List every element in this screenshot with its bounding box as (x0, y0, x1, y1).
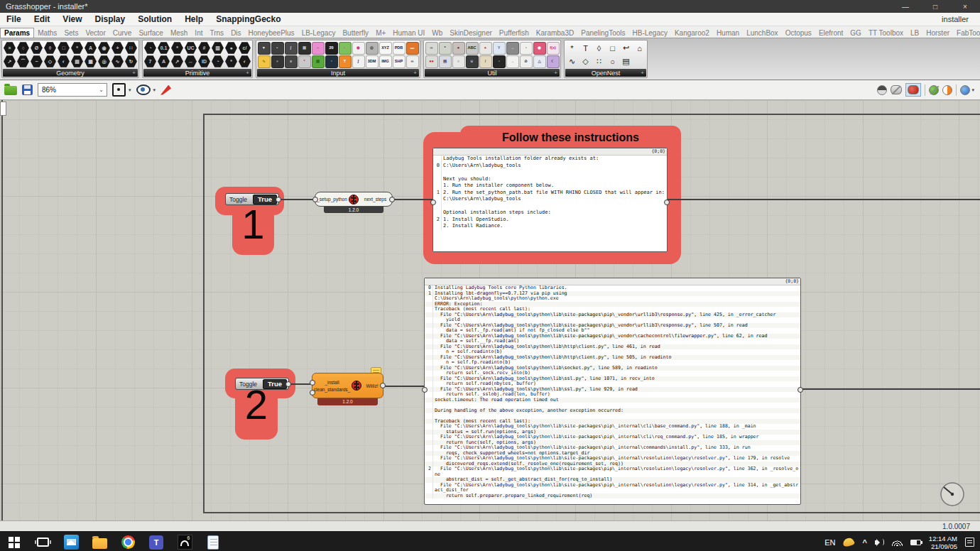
import-pdb-icon[interactable]: PDB (393, 42, 405, 55)
teams-app-button[interactable] (142, 531, 170, 551)
title-bar[interactable]: Grasshopper - installer* — □ × (0, 0, 980, 13)
arrow-icon[interactable]: ↗ (171, 55, 184, 68)
import-shp-icon[interactable]: SHP (393, 55, 405, 68)
spiral-icon[interactable]: ◎ (98, 55, 111, 68)
magnet-icon[interactable]: ◉ (98, 42, 111, 55)
time-icon[interactable]: ◔ (212, 55, 224, 68)
scribble-icon[interactable]: / (479, 55, 492, 68)
tag-icon[interactable]: ⌂ (633, 42, 646, 55)
wifi-icon[interactable] (892, 539, 903, 546)
input-nub[interactable] (310, 380, 315, 386)
tab-m-[interactable]: M+ (372, 28, 389, 38)
surface-icon[interactable]: ▤ (71, 55, 84, 68)
plane-icon[interactable]: ◊ (44, 42, 57, 55)
gauge-icon[interactable]: ◔ (144, 42, 157, 55)
start-button[interactable] (0, 531, 28, 551)
input-nub[interactable] (310, 390, 315, 395)
record-icon[interactable]: ● (479, 42, 492, 55)
tab-butterfly[interactable]: Butterfly (339, 28, 372, 38)
number-slider-icon[interactable]: ▾ (258, 42, 271, 55)
nest-icon[interactable]: * (566, 42, 579, 55)
decimal-icon[interactable]: 0.1 (158, 42, 170, 55)
hash-icon[interactable]: # (198, 42, 211, 55)
jump-in-icon[interactable]: → (506, 42, 519, 55)
menu-view[interactable]: View (56, 14, 88, 24)
sketch-pen-icon[interactable] (160, 85, 171, 95)
tab-maths[interactable]: Maths (34, 28, 60, 38)
unroll-icon[interactable]: ↩ (620, 42, 633, 55)
expand-group-icon[interactable]: + (413, 70, 417, 76)
data-recorder-icon[interactable]: ◉ (533, 42, 546, 55)
wave-icon[interactable]: ∿ (111, 55, 124, 68)
culture-icon[interactable]: c/ (239, 42, 251, 55)
tab-octopus[interactable]: Octopus (782, 28, 815, 38)
chrome-app-button[interactable] (114, 531, 142, 551)
box-icon[interactable]: □ (58, 42, 70, 55)
task-view-button[interactable] (28, 531, 57, 551)
relay-icon[interactable]: Y (493, 42, 506, 55)
guid-icon[interactable]: ID (198, 55, 211, 68)
snowflake-icon[interactable]: * (71, 42, 84, 55)
sheet-icon[interactable]: ◊ (593, 42, 606, 55)
zoom-extents-icon[interactable] (112, 83, 126, 97)
battery-icon[interactable] (910, 540, 921, 545)
value-list-icon[interactable]: ≡ (285, 55, 298, 68)
mail-app-button[interactable] (57, 531, 85, 551)
menu-solution[interactable]: Solution (131, 14, 178, 24)
maximize-button[interactable]: □ (920, 0, 950, 13)
data-dam-icon[interactable]: ▤ (439, 55, 452, 68)
circle-icon[interactable]: ○ (17, 42, 30, 55)
gradient-icon[interactable]: ~ (312, 42, 325, 55)
expand-group-icon[interactable]: + (132, 70, 136, 76)
chevron-down-icon[interactable]: ▾ (971, 87, 974, 93)
cluster-icon[interactable]: ○ (452, 55, 465, 68)
solid-icon[interactable]: □ (606, 42, 619, 55)
output-nub[interactable] (380, 383, 386, 388)
tab-lunchbox[interactable]: LunchBox (743, 28, 781, 38)
selected-only-preview-icon[interactable] (929, 85, 939, 95)
tab-dis[interactable]: Dis (227, 28, 244, 38)
language-indicator[interactable]: EN (824, 538, 835, 547)
tab-curve[interactable]: Curve (109, 28, 136, 38)
cherry-picker-icon[interactable]: ●● (425, 55, 438, 68)
spring-icon[interactable]: ~ (31, 55, 43, 68)
tab-tt-toolbox[interactable]: TT Toolbox (865, 28, 907, 38)
tab-human-ui[interactable]: Human UI (389, 28, 428, 38)
menu-edit[interactable]: Edit (28, 14, 57, 24)
boolean-toggle-1[interactable]: Toggle True (225, 193, 279, 205)
tab-lb[interactable]: LB (907, 28, 922, 38)
abc-geometry-icon[interactable]: A (85, 42, 97, 55)
import-xyz-icon[interactable]: XYZ (379, 42, 392, 55)
control-knob-icon[interactable]: * (298, 55, 311, 68)
bug-icon[interactable]: ● (452, 42, 465, 55)
complex-icon[interactable]: * (225, 55, 238, 68)
panel-icon[interactable]: ▣ (298, 42, 311, 55)
tab-int[interactable]: Int (191, 28, 206, 38)
integer-icon[interactable]: 7 (144, 55, 157, 68)
shaded-preview-selected[interactable] (905, 83, 921, 97)
timer-icon[interactable]: ◔ (520, 42, 533, 55)
path-icon[interactable]: ∞ (406, 55, 419, 68)
tab-honeybeeplus[interactable]: HoneybeePlus (245, 28, 298, 38)
spectacles-icon[interactable]: ∞ (425, 42, 438, 55)
input-nub[interactable] (422, 387, 428, 393)
wireframe-preview-icon[interactable] (891, 85, 902, 94)
tab-mesh[interactable]: Mesh (167, 28, 191, 38)
tab-karamba3d[interactable]: Karamba3D (533, 28, 577, 38)
shaded-preview-icon[interactable] (908, 85, 919, 94)
tab-params[interactable]: Params (0, 28, 34, 38)
shade-icon[interactable]: ◐ (239, 55, 251, 68)
panel-text[interactable]: Ladybug Tools installation folder alread… (433, 156, 667, 230)
letter-icon[interactable]: A (158, 55, 170, 68)
grasshopper-canvas[interactable]: 1 2 Follow these instructions Toggle Tru… (0, 100, 980, 520)
tab-horster[interactable]: Horster (922, 28, 953, 38)
output-nub[interactable] (664, 200, 670, 205)
toggle-value[interactable]: True (253, 195, 277, 204)
canvas-compass-icon[interactable] (939, 481, 966, 508)
atom-data-icon[interactable]: ▬ (406, 42, 419, 55)
install-component[interactable]: _install clean_standards_ Wiiiiz! (312, 373, 383, 398)
expand-group-icon[interactable]: + (554, 70, 557, 76)
hex-nest-icon[interactable]: ○ (606, 55, 619, 68)
output-nub[interactable] (797, 387, 803, 393)
menu-help[interactable]: Help (178, 14, 209, 24)
